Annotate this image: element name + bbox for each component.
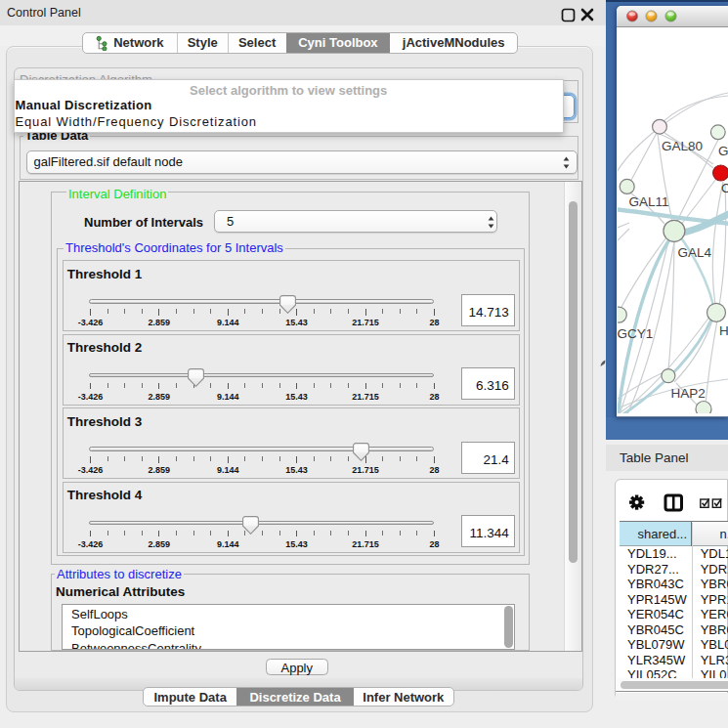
- svg-text:H: H: [719, 323, 728, 338]
- svg-text:C: C: [721, 181, 728, 195]
- svg-text:GAL80: GAL80: [662, 139, 703, 153]
- svg-text:HAP2: HAP2: [671, 386, 706, 401]
- svg-text:G.: G.: [718, 144, 728, 158]
- svg-text:GAL11: GAL11: [629, 194, 669, 209]
- svg-text:GCY1: GCY1: [618, 326, 653, 341]
- svg-text:GAL4: GAL4: [678, 245, 712, 260]
